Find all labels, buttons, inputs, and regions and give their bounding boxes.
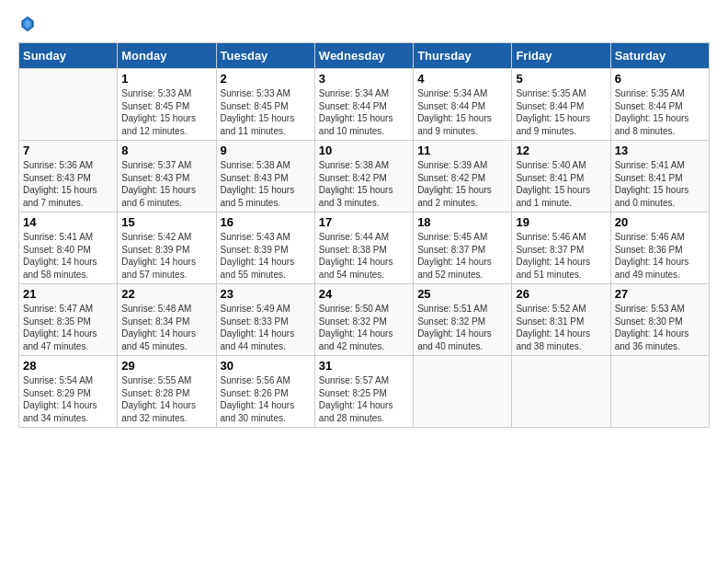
day-number: 11 [417,144,507,157]
weekday-header-row: SundayMondayTuesdayWednesdayThursdayFrid… [19,43,710,69]
calendar-cell: 24Sunrise: 5:50 AMSunset: 8:32 PMDayligh… [314,284,413,356]
logo-icon [18,15,37,33]
day-info: Sunrise: 5:34 AMSunset: 8:44 PMDaylight:… [319,87,409,137]
day-info: Sunrise: 5:41 AMSunset: 8:41 PMDaylight:… [615,159,705,209]
day-number: 4 [417,72,507,86]
logo [18,15,40,33]
calendar-cell: 2Sunrise: 5:33 AMSunset: 8:45 PMDaylight… [216,69,314,141]
calendar-cell: 9Sunrise: 5:38 AMSunset: 8:43 PMDaylight… [216,141,314,213]
day-number: 10 [319,144,409,157]
calendar-cell: 17Sunrise: 5:44 AMSunset: 8:38 PMDayligh… [314,213,413,284]
calendar-body: 1Sunrise: 5:33 AMSunset: 8:45 PMDaylight… [19,69,710,428]
calendar-container: SundayMondayTuesdayWednesdayThursdayFrid… [0,0,728,437]
weekday-header-sunday: Sunday [19,43,118,69]
day-info: Sunrise: 5:39 AMSunset: 8:42 PMDaylight:… [417,159,507,209]
calendar-cell: 16Sunrise: 5:43 AMSunset: 8:39 PMDayligh… [216,213,314,284]
calendar-cell: 25Sunrise: 5:51 AMSunset: 8:32 PMDayligh… [414,284,512,356]
week-row-1: 1Sunrise: 5:33 AMSunset: 8:45 PMDaylight… [19,69,710,141]
day-number: 27 [615,287,705,301]
calendar-header: SundayMondayTuesdayWednesdayThursdayFrid… [19,43,710,69]
day-info: Sunrise: 5:49 AMSunset: 8:33 PMDaylight:… [221,303,311,352]
calendar-cell: 5Sunrise: 5:35 AMSunset: 8:44 PMDaylight… [512,69,610,141]
day-info: Sunrise: 5:36 AMSunset: 8:43 PMDaylight:… [23,159,113,209]
day-info: Sunrise: 5:51 AMSunset: 8:32 PMDaylight:… [417,303,507,352]
calendar-cell: 13Sunrise: 5:41 AMSunset: 8:41 PMDayligh… [610,141,709,213]
day-number: 18 [417,215,507,229]
day-info: Sunrise: 5:44 AMSunset: 8:38 PMDaylight:… [319,231,409,281]
calendar-cell: 6Sunrise: 5:35 AMSunset: 8:44 PMDaylight… [610,69,709,141]
day-info: Sunrise: 5:35 AMSunset: 8:44 PMDaylight:… [516,87,606,137]
day-number: 16 [221,215,311,229]
week-row-2: 7Sunrise: 5:36 AMSunset: 8:43 PMDaylight… [19,141,710,213]
day-info: Sunrise: 5:55 AMSunset: 8:28 PMDaylight:… [121,374,211,424]
weekday-header-wednesday: Wednesday [314,43,413,69]
day-info: Sunrise: 5:33 AMSunset: 8:45 PMDaylight:… [221,87,311,137]
day-info: Sunrise: 5:45 AMSunset: 8:37 PMDaylight:… [417,231,507,281]
calendar-cell: 7Sunrise: 5:36 AMSunset: 8:43 PMDaylight… [19,141,118,213]
day-info: Sunrise: 5:33 AMSunset: 8:45 PMDaylight:… [121,87,211,137]
day-number: 31 [319,359,409,373]
day-number: 26 [516,287,606,301]
day-info: Sunrise: 5:52 AMSunset: 8:31 PMDaylight:… [516,303,606,352]
day-info: Sunrise: 5:57 AMSunset: 8:25 PMDaylight:… [319,374,409,424]
weekday-header-friday: Friday [512,43,610,69]
week-row-5: 28Sunrise: 5:54 AMSunset: 8:29 PMDayligh… [19,356,710,428]
calendar-table: SundayMondayTuesdayWednesdayThursdayFrid… [18,42,710,428]
calendar-cell: 23Sunrise: 5:49 AMSunset: 8:33 PMDayligh… [216,284,314,356]
day-number: 19 [516,215,606,229]
calendar-cell: 4Sunrise: 5:34 AMSunset: 8:44 PMDaylight… [414,69,512,141]
calendar-cell: 15Sunrise: 5:42 AMSunset: 8:39 PMDayligh… [118,213,216,284]
day-number: 29 [121,359,211,373]
calendar-cell: 1Sunrise: 5:33 AMSunset: 8:45 PMDaylight… [118,69,216,141]
calendar-cell: 21Sunrise: 5:47 AMSunset: 8:35 PMDayligh… [19,284,118,356]
calendar-cell: 27Sunrise: 5:53 AMSunset: 8:30 PMDayligh… [610,284,709,356]
header-row [18,15,710,33]
day-info: Sunrise: 5:50 AMSunset: 8:32 PMDaylight:… [319,303,409,352]
day-number: 15 [121,215,211,229]
day-number: 9 [221,144,311,157]
calendar-cell: 11Sunrise: 5:39 AMSunset: 8:42 PMDayligh… [414,141,512,213]
day-info: Sunrise: 5:35 AMSunset: 8:44 PMDaylight:… [615,87,705,137]
day-number: 23 [221,287,311,301]
calendar-cell: 28Sunrise: 5:54 AMSunset: 8:29 PMDayligh… [19,356,118,428]
calendar-cell: 31Sunrise: 5:57 AMSunset: 8:25 PMDayligh… [314,356,413,428]
calendar-cell: 30Sunrise: 5:56 AMSunset: 8:26 PMDayligh… [216,356,314,428]
day-number: 2 [221,72,311,86]
day-info: Sunrise: 5:34 AMSunset: 8:44 PMDaylight:… [417,87,507,137]
day-number: 24 [319,287,409,301]
calendar-cell [610,356,709,428]
day-info: Sunrise: 5:47 AMSunset: 8:35 PMDaylight:… [23,303,113,352]
weekday-header-thursday: Thursday [414,43,512,69]
week-row-4: 21Sunrise: 5:47 AMSunset: 8:35 PMDayligh… [19,284,710,356]
day-number: 5 [516,72,606,86]
calendar-cell: 22Sunrise: 5:48 AMSunset: 8:34 PMDayligh… [118,284,216,356]
calendar-cell: 26Sunrise: 5:52 AMSunset: 8:31 PMDayligh… [512,284,610,356]
day-number: 6 [615,72,705,86]
day-info: Sunrise: 5:42 AMSunset: 8:39 PMDaylight:… [121,231,211,281]
day-number: 17 [319,215,409,229]
weekday-header-tuesday: Tuesday [216,43,314,69]
day-number: 3 [319,72,409,86]
weekday-header-monday: Monday [118,43,216,69]
day-number: 30 [221,359,311,373]
calendar-cell: 3Sunrise: 5:34 AMSunset: 8:44 PMDaylight… [314,69,413,141]
day-info: Sunrise: 5:37 AMSunset: 8:43 PMDaylight:… [121,159,211,209]
day-info: Sunrise: 5:41 AMSunset: 8:40 PMDaylight:… [23,231,113,281]
day-info: Sunrise: 5:46 AMSunset: 8:37 PMDaylight:… [516,231,606,281]
day-number: 12 [516,144,606,157]
day-info: Sunrise: 5:56 AMSunset: 8:26 PMDaylight:… [221,374,311,424]
day-info: Sunrise: 5:38 AMSunset: 8:43 PMDaylight:… [221,159,311,209]
day-info: Sunrise: 5:46 AMSunset: 8:36 PMDaylight:… [615,231,705,281]
calendar-cell: 18Sunrise: 5:45 AMSunset: 8:37 PMDayligh… [414,213,512,284]
day-number: 1 [121,72,211,86]
week-row-3: 14Sunrise: 5:41 AMSunset: 8:40 PMDayligh… [19,213,710,284]
day-info: Sunrise: 5:48 AMSunset: 8:34 PMDaylight:… [121,303,211,352]
day-info: Sunrise: 5:54 AMSunset: 8:29 PMDaylight:… [23,374,113,424]
day-number: 8 [121,144,211,157]
calendar-cell: 19Sunrise: 5:46 AMSunset: 8:37 PMDayligh… [512,213,610,284]
calendar-cell: 20Sunrise: 5:46 AMSunset: 8:36 PMDayligh… [610,213,709,284]
weekday-header-saturday: Saturday [610,43,709,69]
calendar-cell [512,356,610,428]
calendar-cell: 14Sunrise: 5:41 AMSunset: 8:40 PMDayligh… [19,213,118,284]
day-number: 14 [23,215,113,229]
